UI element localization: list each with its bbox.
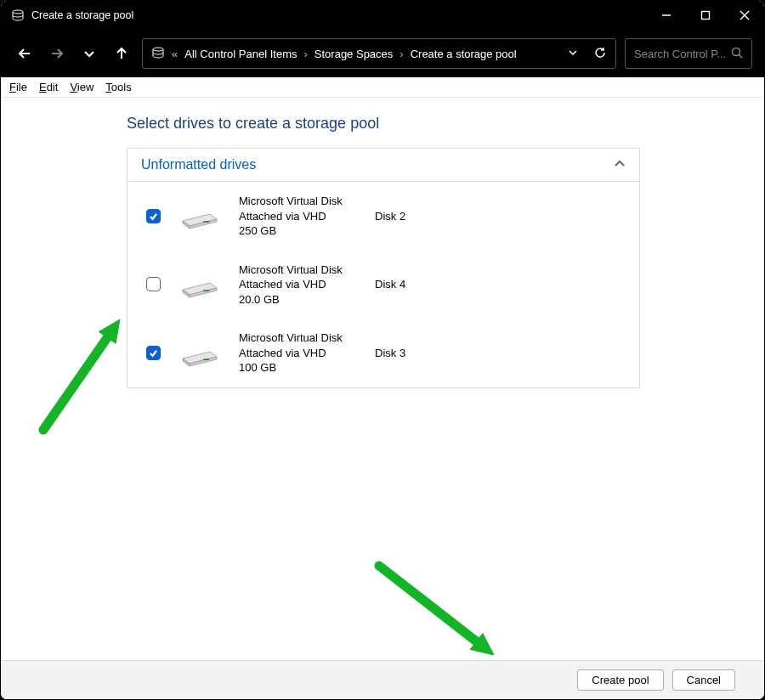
drive-row[interactable]: Microsoft Virtual Disk Attached via VHD … <box>128 251 639 319</box>
nav-forward-button[interactable] <box>45 42 69 65</box>
svg-point-9 <box>733 48 740 55</box>
drive-attached: Attached via VHD <box>239 346 375 361</box>
chevron-right-icon: › <box>303 48 307 60</box>
content-area: Select drives to create a storage pool U… <box>1 98 764 660</box>
chevron-right-icon: › <box>400 48 403 60</box>
drive-row[interactable]: Microsoft Virtual Disk Attached via VHD … <box>128 182 639 251</box>
drive-checkbox[interactable] <box>146 346 161 360</box>
disk-label: Disk 4 <box>375 278 405 291</box>
drive-name: Microsoft Virtual Disk <box>239 262 375 278</box>
breadcrumb-item-1[interactable]: Storage Spaces <box>314 48 394 60</box>
menu-tools[interactable]: Tools <box>105 81 131 93</box>
drive-stack-icon <box>151 46 165 62</box>
drive-name: Microsoft Virtual Disk <box>239 194 375 209</box>
search-input[interactable]: Search Control P... <box>625 38 752 69</box>
breadcrumb-dropdown-icon[interactable] <box>568 48 578 60</box>
breadcrumb-ellipsis: « <box>172 48 178 60</box>
svg-rect-2 <box>702 12 710 20</box>
menu-file[interactable]: File <box>9 81 27 93</box>
window-title: Create a storage pool <box>31 9 647 21</box>
disk-icon <box>179 340 220 367</box>
drive-size: 100 GB <box>239 360 375 375</box>
nav-recent-dropdown[interactable] <box>77 42 101 65</box>
breadcrumb-item-2[interactable]: Create a storage pool <box>411 48 517 60</box>
disk-icon <box>179 271 220 298</box>
drive-name: Microsoft Virtual Disk <box>239 330 375 346</box>
drive-size: 250 GB <box>239 223 375 239</box>
drive-info: Microsoft Virtual Disk Attached via VHD … <box>239 262 375 308</box>
disk-label: Disk 2 <box>375 210 405 223</box>
search-icon <box>731 47 743 61</box>
window-root: Create a storage pool « All Control Pane… <box>0 0 765 700</box>
svg-point-0 <box>13 10 23 14</box>
svg-line-10 <box>740 54 743 58</box>
drive-checkbox[interactable] <box>146 209 161 223</box>
disk-label: Disk 3 <box>375 347 405 359</box>
drive-attached: Attached via VHD <box>239 277 375 292</box>
menu-view[interactable]: View <box>70 81 94 93</box>
drive-info: Microsoft Virtual Disk Attached via VHD … <box>239 194 375 239</box>
maximize-button[interactable] <box>686 1 725 30</box>
drive-checkbox[interactable] <box>146 277 161 291</box>
disk-icon <box>179 202 220 229</box>
drive-attached: Attached via VHD <box>239 209 375 224</box>
drives-panel: Unformatted drives Microsoft Virtual Dis… <box>127 148 640 388</box>
nav-up-button[interactable] <box>110 42 133 65</box>
svg-rect-11 <box>203 222 209 223</box>
cancel-button[interactable]: Cancel <box>672 669 735 691</box>
menu-edit[interactable]: Edit <box>39 81 58 93</box>
nav-back-button[interactable] <box>13 42 37 65</box>
close-button[interactable] <box>725 1 764 30</box>
create-pool-button[interactable]: Create pool <box>577 669 663 691</box>
svg-point-8 <box>153 48 163 51</box>
titlebar: Create a storage pool <box>1 1 764 30</box>
refresh-button[interactable] <box>593 46 607 62</box>
footer-bar: Create pool Cancel <box>1 660 764 699</box>
drive-size: 20.0 GB <box>239 292 375 308</box>
drive-info: Microsoft Virtual Disk Attached via VHD … <box>239 330 375 375</box>
breadcrumb-item-0[interactable]: All Control Panel Items <box>184 48 297 60</box>
search-placeholder: Search Control P... <box>634 48 731 60</box>
drives-list: Microsoft Virtual Disk Attached via VHD … <box>128 182 639 387</box>
page-heading: Select drives to create a storage pool <box>127 115 705 133</box>
drives-panel-title: Unformatted drives <box>141 157 256 172</box>
menubar: File Edit View Tools <box>1 77 764 98</box>
drives-panel-header[interactable]: Unformatted drives <box>128 149 639 182</box>
svg-rect-12 <box>203 290 209 291</box>
minimize-button[interactable] <box>647 1 686 30</box>
drive-stack-icon <box>11 8 25 22</box>
chevron-up-icon <box>614 158 626 172</box>
breadcrumb-bar[interactable]: « All Control Panel Items › Storage Spac… <box>142 38 616 69</box>
svg-rect-13 <box>203 358 209 360</box>
addressbar: « All Control Panel Items › Storage Spac… <box>1 30 764 77</box>
drive-row[interactable]: Microsoft Virtual Disk Attached via VHD … <box>128 319 639 387</box>
